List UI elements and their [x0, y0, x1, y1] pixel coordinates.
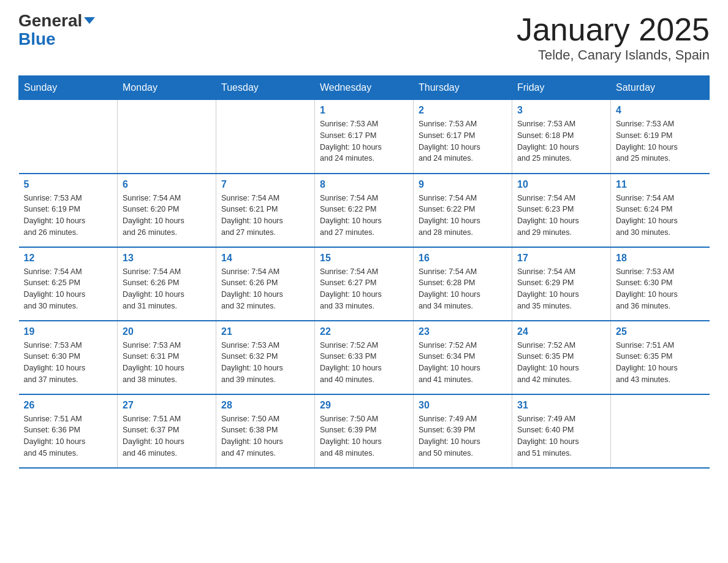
day-info: Sunrise: 7:54 AMSunset: 6:22 PMDaylight:… — [320, 193, 408, 239]
day-number: 11 — [616, 179, 705, 190]
day-number: 13 — [123, 253, 211, 264]
week-row-0: 1Sunrise: 7:53 AMSunset: 6:17 PMDaylight… — [19, 100, 710, 174]
calendar-cell: 29Sunrise: 7:50 AMSunset: 6:39 PMDayligh… — [315, 394, 414, 468]
calendar-cell: 7Sunrise: 7:54 AMSunset: 6:21 PMDaylight… — [216, 174, 315, 247]
day-number: 17 — [517, 253, 605, 264]
day-number: 21 — [221, 326, 309, 337]
calendar-cell: 13Sunrise: 7:54 AMSunset: 6:26 PMDayligh… — [118, 247, 216, 321]
day-info: Sunrise: 7:50 AMSunset: 6:38 PMDaylight:… — [221, 413, 309, 459]
day-number: 19 — [24, 326, 113, 337]
logo-arrow-icon — [84, 17, 95, 24]
day-info: Sunrise: 7:51 AMSunset: 6:35 PMDaylight:… — [616, 340, 705, 386]
day-info: Sunrise: 7:52 AMSunset: 6:34 PMDaylight:… — [419, 340, 507, 386]
day-info: Sunrise: 7:54 AMSunset: 6:27 PMDaylight:… — [320, 266, 408, 312]
day-info: Sunrise: 7:50 AMSunset: 6:39 PMDaylight:… — [320, 413, 408, 459]
header-day-monday: Monday — [118, 76, 216, 100]
day-info: Sunrise: 7:54 AMSunset: 6:29 PMDaylight:… — [517, 266, 605, 312]
day-number: 9 — [419, 179, 507, 190]
day-number: 16 — [419, 253, 507, 264]
calendar-cell — [216, 100, 315, 174]
logo-blue: Blue — [18, 29, 56, 48]
calendar-header-row: SundayMondayTuesdayWednesdayThursdayFrid… — [19, 76, 710, 100]
calendar-cell: 14Sunrise: 7:54 AMSunset: 6:26 PMDayligh… — [216, 247, 315, 321]
header-day-friday: Friday — [512, 76, 611, 100]
day-info: Sunrise: 7:49 AMSunset: 6:40 PMDaylight:… — [517, 413, 605, 459]
day-number: 5 — [24, 179, 113, 190]
calendar-subtitle: Telde, Canary Islands, Spain — [517, 47, 710, 63]
calendar-cell — [19, 100, 118, 174]
calendar-cell: 28Sunrise: 7:50 AMSunset: 6:38 PMDayligh… — [216, 394, 315, 468]
header-day-wednesday: Wednesday — [315, 76, 414, 100]
calendar-cell: 2Sunrise: 7:53 AMSunset: 6:17 PMDaylight… — [414, 100, 512, 174]
day-info: Sunrise: 7:53 AMSunset: 6:17 PMDaylight:… — [320, 118, 408, 164]
calendar-table: SundayMondayTuesdayWednesdayThursdayFrid… — [18, 75, 710, 469]
day-info: Sunrise: 7:54 AMSunset: 6:28 PMDaylight:… — [419, 266, 507, 312]
day-number: 24 — [517, 326, 605, 337]
calendar-title: January 2025 — [517, 12, 710, 47]
day-info: Sunrise: 7:53 AMSunset: 6:30 PMDaylight:… — [616, 266, 705, 312]
day-info: Sunrise: 7:54 AMSunset: 6:26 PMDaylight:… — [221, 266, 309, 312]
day-info: Sunrise: 7:53 AMSunset: 6:30 PMDaylight:… — [24, 340, 113, 386]
day-number: 15 — [320, 253, 408, 264]
day-info: Sunrise: 7:54 AMSunset: 6:25 PMDaylight:… — [24, 266, 113, 312]
calendar-cell: 20Sunrise: 7:53 AMSunset: 6:31 PMDayligh… — [118, 321, 216, 394]
day-number: 6 — [123, 179, 211, 190]
calendar-cell: 8Sunrise: 7:54 AMSunset: 6:22 PMDaylight… — [315, 174, 414, 247]
day-number: 22 — [320, 326, 408, 337]
day-number: 1 — [320, 105, 408, 116]
page-header: General Blue January 2025 Telde, Canary … — [18, 12, 710, 63]
day-number: 25 — [616, 326, 705, 337]
day-info: Sunrise: 7:53 AMSunset: 6:31 PMDaylight:… — [123, 340, 211, 386]
calendar-cell: 11Sunrise: 7:54 AMSunset: 6:24 PMDayligh… — [611, 174, 710, 247]
calendar-cell: 10Sunrise: 7:54 AMSunset: 6:23 PMDayligh… — [512, 174, 611, 247]
day-info: Sunrise: 7:54 AMSunset: 6:21 PMDaylight:… — [221, 193, 309, 239]
day-info: Sunrise: 7:54 AMSunset: 6:26 PMDaylight:… — [123, 266, 211, 312]
day-number: 29 — [320, 400, 408, 411]
day-info: Sunrise: 7:53 AMSunset: 6:19 PMDaylight:… — [24, 193, 113, 239]
calendar-cell: 31Sunrise: 7:49 AMSunset: 6:40 PMDayligh… — [512, 394, 611, 468]
calendar-cell: 30Sunrise: 7:49 AMSunset: 6:39 PMDayligh… — [414, 394, 512, 468]
week-row-3: 19Sunrise: 7:53 AMSunset: 6:30 PMDayligh… — [19, 321, 710, 394]
calendar-cell: 9Sunrise: 7:54 AMSunset: 6:22 PMDaylight… — [414, 174, 512, 247]
day-info: Sunrise: 7:53 AMSunset: 6:19 PMDaylight:… — [616, 118, 705, 164]
day-number: 20 — [123, 326, 211, 337]
day-info: Sunrise: 7:53 AMSunset: 6:17 PMDaylight:… — [419, 118, 507, 164]
calendar-cell: 5Sunrise: 7:53 AMSunset: 6:19 PMDaylight… — [19, 174, 118, 247]
day-number: 18 — [616, 253, 705, 264]
day-info: Sunrise: 7:54 AMSunset: 6:22 PMDaylight:… — [419, 193, 507, 239]
calendar-cell: 15Sunrise: 7:54 AMSunset: 6:27 PMDayligh… — [315, 247, 414, 321]
calendar-cell: 21Sunrise: 7:53 AMSunset: 6:32 PMDayligh… — [216, 321, 315, 394]
day-number: 4 — [616, 105, 705, 116]
header-day-sunday: Sunday — [19, 76, 118, 100]
calendar-cell: 1Sunrise: 7:53 AMSunset: 6:17 PMDaylight… — [315, 100, 414, 174]
calendar-cell: 3Sunrise: 7:53 AMSunset: 6:18 PMDaylight… — [512, 100, 611, 174]
day-number: 2 — [419, 105, 507, 116]
day-number: 28 — [221, 400, 309, 411]
day-info: Sunrise: 7:52 AMSunset: 6:33 PMDaylight:… — [320, 340, 408, 386]
calendar-cell: 23Sunrise: 7:52 AMSunset: 6:34 PMDayligh… — [414, 321, 512, 394]
calendar-cell: 17Sunrise: 7:54 AMSunset: 6:29 PMDayligh… — [512, 247, 611, 321]
calendar-cell: 26Sunrise: 7:51 AMSunset: 6:36 PMDayligh… — [19, 394, 118, 468]
day-info: Sunrise: 7:53 AMSunset: 6:32 PMDaylight:… — [221, 340, 309, 386]
day-info: Sunrise: 7:54 AMSunset: 6:23 PMDaylight:… — [517, 193, 605, 239]
logo: General Blue — [18, 12, 95, 49]
day-info: Sunrise: 7:49 AMSunset: 6:39 PMDaylight:… — [419, 413, 507, 459]
day-info: Sunrise: 7:54 AMSunset: 6:24 PMDaylight:… — [616, 193, 705, 239]
day-number: 31 — [517, 400, 605, 411]
calendar-cell: 4Sunrise: 7:53 AMSunset: 6:19 PMDaylight… — [611, 100, 710, 174]
week-row-1: 5Sunrise: 7:53 AMSunset: 6:19 PMDaylight… — [19, 174, 710, 247]
day-number: 3 — [517, 105, 605, 116]
calendar-cell — [118, 100, 216, 174]
day-number: 26 — [24, 400, 113, 411]
day-number: 27 — [123, 400, 211, 411]
week-row-2: 12Sunrise: 7:54 AMSunset: 6:25 PMDayligh… — [19, 247, 710, 321]
week-row-4: 26Sunrise: 7:51 AMSunset: 6:36 PMDayligh… — [19, 394, 710, 468]
calendar-cell: 16Sunrise: 7:54 AMSunset: 6:28 PMDayligh… — [414, 247, 512, 321]
calendar-cell: 24Sunrise: 7:52 AMSunset: 6:35 PMDayligh… — [512, 321, 611, 394]
header-day-thursday: Thursday — [414, 76, 512, 100]
day-info: Sunrise: 7:51 AMSunset: 6:37 PMDaylight:… — [123, 413, 211, 459]
day-number: 8 — [320, 179, 408, 190]
day-number: 12 — [24, 253, 113, 264]
title-block: January 2025 Telde, Canary Islands, Spai… — [517, 12, 710, 63]
header-day-tuesday: Tuesday — [216, 76, 315, 100]
